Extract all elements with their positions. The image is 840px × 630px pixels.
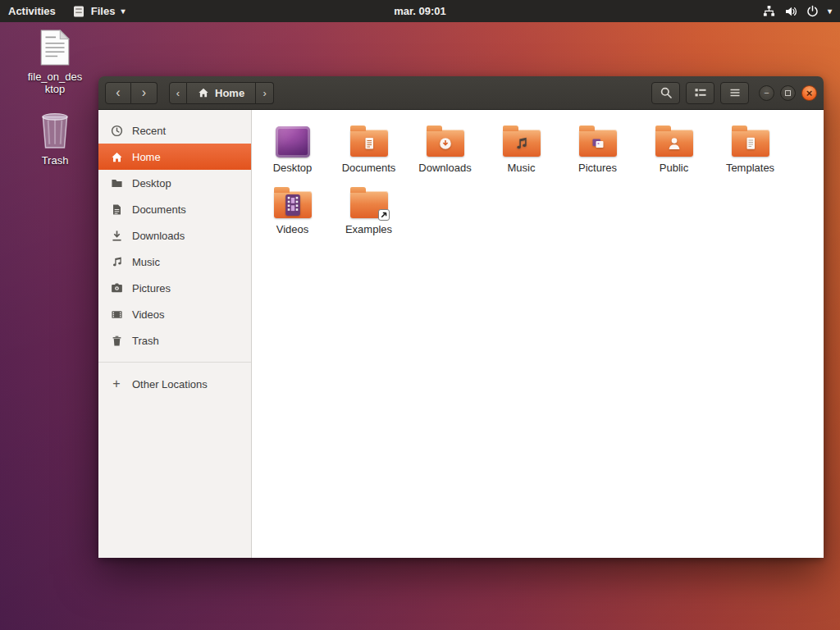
desktop-icon-label: file_on_desktop: [27, 71, 83, 96]
search-icon: [660, 86, 673, 99]
sidebar-item-label: Recent: [132, 125, 166, 137]
home-icon: [110, 150, 123, 163]
desktop-folder-icon: [268, 123, 317, 161]
desktop-icon-file[interactable]: file_on_desktop: [23, 30, 87, 96]
sidebar-separator: [98, 362, 251, 363]
file-item-public[interactable]: Public: [636, 117, 712, 179]
music-folder-icon: [497, 123, 546, 161]
sidebar-item-label: Trash: [132, 335, 159, 347]
sidebar: RecentHomeDesktopDocumentsDownloadsMusic…: [98, 110, 252, 558]
clock[interactable]: mar. 09:01: [394, 5, 446, 17]
sidebar-item-trash[interactable]: Trash: [98, 327, 251, 354]
videos-folder-icon: [268, 185, 317, 222]
file-item-label: Documents: [342, 162, 396, 175]
sidebar-item-other-locations[interactable]: + Other Locations: [98, 371, 251, 397]
sidebar-item-label: Pictures: [132, 282, 171, 294]
path-scroll-left-button[interactable]: ‹: [169, 82, 187, 104]
window-controls: − ×: [759, 85, 817, 101]
files-window: ‹ › ‹ Home ›: [98, 76, 824, 558]
hamburger-icon: [728, 86, 742, 99]
pictures-icon: [110, 281, 123, 294]
sidebar-item-label: Desktop: [132, 177, 171, 189]
examples-folder-icon: [345, 185, 394, 222]
header-bar: ‹ › ‹ Home ›: [98, 76, 824, 110]
file-item-downloads[interactable]: Downloads: [407, 117, 483, 179]
documents-folder-icon: [345, 123, 394, 161]
file-item-label: Downloads: [418, 162, 471, 175]
documents-icon: [110, 203, 123, 216]
public-folder-icon: [650, 123, 699, 161]
path-scroll-right-button[interactable]: ›: [256, 82, 274, 104]
trash-icon: [110, 334, 123, 347]
sidebar-item-pictures[interactable]: Pictures: [98, 275, 251, 301]
sidebar-item-label: Other Locations: [132, 378, 208, 390]
file-item-label: Desktop: [273, 162, 313, 175]
file-item-pictures[interactable]: Pictures: [559, 117, 636, 179]
view-grid-list-icon: [694, 86, 707, 99]
path-bar: ‹ Home ›: [169, 82, 274, 104]
sidebar-item-desktop[interactable]: Desktop: [98, 170, 251, 196]
desktop: Activities Files ▾ mar. 09:01 ▾: [0, 0, 840, 630]
file-item-label: Templates: [726, 162, 774, 175]
file-item-label: Pictures: [578, 162, 617, 175]
sidebar-item-videos[interactable]: Videos: [98, 301, 251, 327]
file-item-documents[interactable]: Documents: [331, 117, 407, 179]
file-item-videos[interactable]: Videos: [254, 179, 331, 240]
sidebar-item-home[interactable]: Home: [98, 144, 251, 170]
sidebar-item-music[interactable]: Music: [98, 249, 251, 275]
search-button[interactable]: [651, 82, 680, 104]
text-file-icon: [40, 30, 70, 69]
path-home-label: Home: [215, 88, 244, 98]
sidebar-item-label: Home: [132, 151, 161, 163]
sidebar-item-label: Videos: [132, 308, 165, 321]
file-grid: DesktopDocumentsDownloadsMusicPicturesPu…: [252, 110, 824, 558]
nav-buttons: ‹ ›: [105, 82, 158, 104]
sidebar-item-downloads[interactable]: Downloads: [98, 222, 251, 249]
forward-button[interactable]: ›: [131, 82, 158, 104]
file-item-music[interactable]: Music: [483, 117, 559, 179]
home-icon: [198, 87, 209, 98]
desktop-icon-label: Trash: [27, 155, 83, 167]
sidebar-item-recent[interactable]: Recent: [98, 117, 251, 144]
music-icon: [110, 255, 123, 268]
recent-icon: [110, 124, 123, 137]
sidebar-item-label: Documents: [132, 203, 186, 216]
sidebar-item-label: Downloads: [132, 230, 185, 242]
file-item-label: Videos: [276, 224, 309, 236]
pictures-folder-icon: [573, 123, 623, 161]
videos-icon: [110, 308, 123, 321]
file-item-label: Public: [660, 162, 688, 175]
downloads-folder-icon: [421, 123, 470, 161]
maximize-icon: [785, 90, 791, 96]
minimize-button[interactable]: −: [759, 85, 774, 101]
file-item-examples[interactable]: Examples: [331, 179, 407, 240]
maximize-button[interactable]: [780, 85, 796, 101]
sidebar-item-documents[interactable]: Documents: [98, 196, 251, 222]
templates-folder-icon: [726, 123, 775, 161]
desktop-icon-trash[interactable]: Trash: [23, 108, 87, 167]
trash-bin-icon: [38, 108, 72, 153]
path-home-button[interactable]: Home: [187, 82, 256, 104]
sidebar-item-label: Music: [132, 256, 160, 268]
file-item-desktop[interactable]: Desktop: [254, 117, 331, 179]
close-button[interactable]: ×: [801, 85, 817, 101]
menu-button[interactable]: [720, 82, 749, 104]
plus-icon: +: [110, 377, 123, 390]
file-item-label: Music: [508, 162, 536, 175]
downloads-icon: [110, 229, 123, 242]
file-item-label: Examples: [345, 224, 392, 236]
folder-icon: [110, 176, 123, 189]
file-item-templates[interactable]: Templates: [712, 117, 788, 179]
view-options-button[interactable]: [686, 82, 714, 104]
top-bar: Activities Files ▾ mar. 09:01 ▾: [0, 0, 840, 22]
back-button[interactable]: ‹: [105, 82, 131, 104]
